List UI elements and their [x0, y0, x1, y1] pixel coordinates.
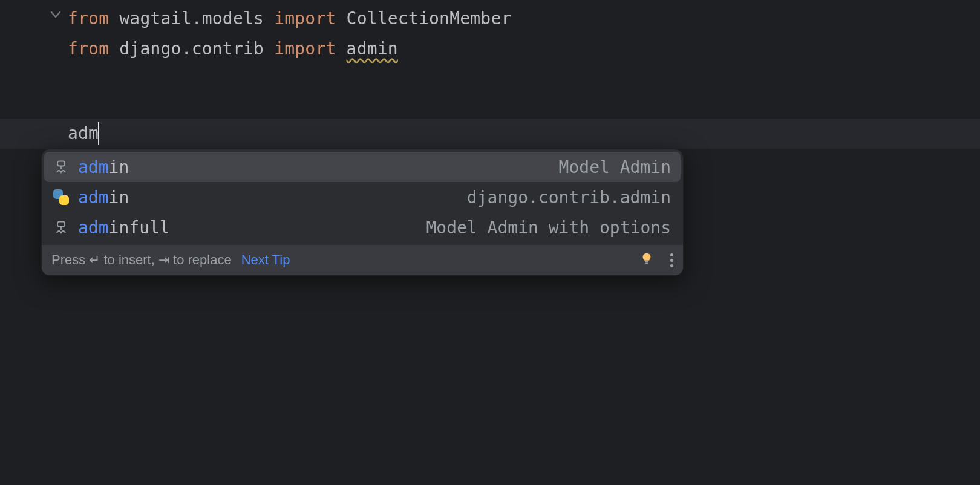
autocomplete-list: admin Model Admin admin django.contrib.a… — [42, 149, 683, 245]
keyword-import: import — [264, 39, 346, 59]
chevron-down-icon[interactable] — [50, 8, 62, 23]
imported-symbol-warning: admin — [347, 39, 398, 59]
autocomplete-footer: Press ↵ to insert, ⇥ to replace Next Tip — [42, 245, 683, 275]
autocomplete-label: admin — [78, 157, 129, 177]
python-icon — [53, 189, 70, 206]
keyword-import: import — [264, 8, 346, 28]
text-caret — [98, 122, 99, 145]
module-path: django.contrib — [119, 39, 264, 59]
footer-hint-text: Press ↵ to insert, ⇥ to replace — [51, 252, 232, 268]
svg-rect-0 — [57, 161, 65, 166]
svg-rect-1 — [57, 222, 65, 227]
autocomplete-item[interactable]: admin django.contrib.admin — [44, 182, 681, 212]
live-template-icon — [53, 219, 70, 236]
typed-text: adm — [68, 119, 99, 149]
next-tip-link[interactable]: Next Tip — [241, 252, 290, 268]
autocomplete-popup[interactable]: admin Model Admin admin django.contrib.a… — [41, 149, 684, 276]
code-line: from django.contrib import admin — [68, 34, 980, 64]
kebab-menu-icon[interactable] — [670, 253, 673, 267]
live-template-icon — [53, 158, 70, 175]
lightbulb-icon[interactable] — [640, 252, 653, 269]
current-line-highlight — [0, 119, 980, 149]
autocomplete-detail: Model Admin with options — [426, 218, 671, 238]
autocomplete-item[interactable]: adminfull Model Admin with options — [44, 212, 681, 242]
autocomplete-detail: django.contrib.admin — [467, 187, 671, 207]
keyword-from: from — [68, 39, 119, 59]
svg-rect-3 — [645, 262, 648, 264]
code-area[interactable]: from wagtail.models import CollectionMem… — [68, 4, 980, 64]
svg-rect-2 — [645, 261, 648, 262]
typed-text-wrap: adm — [68, 119, 99, 149]
code-editor[interactable]: from wagtail.models import CollectionMem… — [0, 0, 980, 485]
module-path: wagtail.models — [119, 8, 264, 28]
keyword-from: from — [68, 8, 119, 28]
code-line: from wagtail.models import CollectionMem… — [68, 4, 980, 34]
autocomplete-label: adminfull — [78, 218, 170, 238]
autocomplete-item[interactable]: admin Model Admin — [44, 152, 681, 182]
autocomplete-detail: Model Admin — [559, 157, 671, 177]
imported-symbol: CollectionMember — [347, 8, 512, 28]
autocomplete-label: admin — [78, 187, 129, 207]
